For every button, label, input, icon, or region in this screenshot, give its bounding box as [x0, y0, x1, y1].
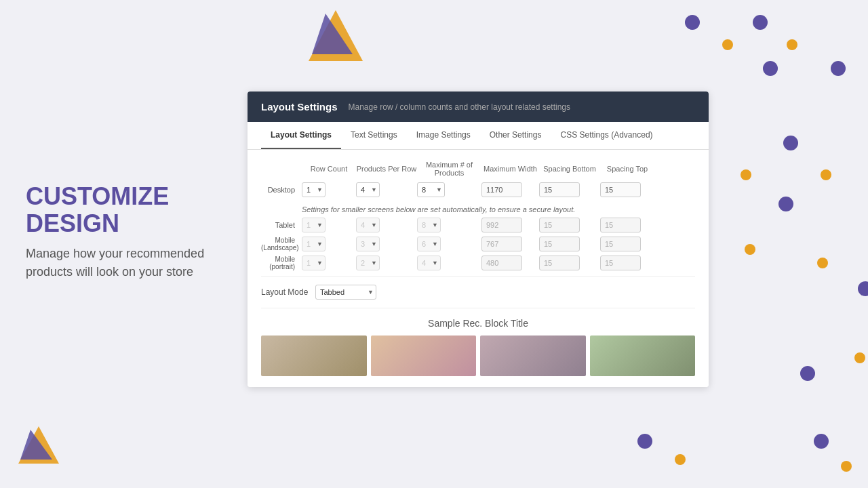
products-per-row-desktop-wrapper: 23456 ▼: [356, 182, 380, 197]
panel-content: Row Count Products Per Row Maximum # of …: [248, 150, 709, 387]
tab-other-settings[interactable]: Other Settings: [480, 122, 551, 149]
max-width-mobile-landscape-cell: [481, 237, 539, 251]
row-count-desktop-select[interactable]: 123: [302, 182, 326, 197]
spacing-top-mobile-portrait-cell: [600, 256, 654, 270]
spacing-top-desktop-cell: [600, 182, 654, 197]
row-count-mobile-portrait-select: 1: [302, 256, 326, 270]
sample-product-image-4: [590, 336, 696, 376]
spacing-bottom-desktop-input[interactable]: [539, 182, 580, 197]
products-per-row-mobile-landscape-cell: 3 ▼: [356, 237, 417, 251]
col-header-row-count: Row Count: [302, 165, 356, 173]
tab-bar: Layout Settings Text Settings Image Sett…: [248, 122, 709, 150]
max-products-mobile-landscape-select: 6: [417, 237, 441, 251]
dot-16: [814, 434, 829, 449]
spacing-top-mobile-portrait-input: [600, 256, 641, 270]
spacing-top-desktop-input[interactable]: [600, 182, 641, 197]
dot-5: [763, 61, 778, 76]
row-count-mobile-portrait-cell: 1 ▼: [302, 256, 356, 270]
max-width-tablet-cell: [481, 218, 539, 232]
products-per-row-desktop-cell: 23456 ▼: [356, 182, 417, 197]
panel-header-title: Layout Settings: [261, 101, 338, 113]
max-products-tablet-select: 8: [417, 218, 441, 232]
products-per-row-mobile-landscape-select: 3: [356, 237, 380, 251]
dot-14: [854, 352, 865, 363]
sample-product-image-2: [371, 336, 477, 376]
row-label-desktop: Desktop: [261, 186, 302, 194]
table-row: Tablet 1 ▼ 4 ▼: [261, 218, 695, 232]
row-label-mobile-landscape: Mobile(Landscape): [261, 237, 302, 251]
hero-section: CUSTOMIZE DESIGN Manage how your recomme…: [26, 183, 216, 281]
panel-header-subtitle: Manage row / column counts and other lay…: [349, 102, 571, 112]
settings-table: Row Count Products Per Row Maximum # of …: [261, 161, 695, 270]
max-products-desktop-wrapper: 46810 ▼: [417, 182, 445, 197]
hero-subtitle: Manage how your recommended products wil…: [26, 245, 216, 281]
sample-product-image-3: [480, 336, 586, 376]
products-per-row-desktop-select[interactable]: 23456: [356, 182, 380, 197]
row-label-tablet: Tablet: [261, 221, 302, 229]
col-header-products-per-row: Products Per Row: [356, 165, 417, 173]
spacing-bottom-mobile-landscape-cell: [539, 237, 600, 251]
hero-title: CUSTOMIZE DESIGN: [26, 183, 216, 237]
layout-mode-select-wrapper: Tabbed Grid List ▼: [315, 285, 376, 300]
tab-text-settings[interactable]: Text Settings: [341, 122, 407, 149]
spacing-top-mobile-landscape-cell: [600, 237, 654, 251]
spacing-bottom-mobile-portrait-input: [539, 256, 580, 270]
layout-mode-label: Layout Mode: [261, 287, 315, 297]
col-header-spacing-top: Spacing Top: [600, 165, 654, 173]
products-per-row-tablet-select: 4: [356, 218, 380, 232]
logo-bottom: [17, 424, 61, 471]
tab-css-settings[interactable]: CSS Settings (Advanced): [551, 122, 662, 149]
products-per-row-tablet-wrapper: 4 ▼: [356, 218, 380, 232]
max-products-desktop-select[interactable]: 46810: [417, 182, 445, 197]
layout-mode-row: Layout Mode Tabbed Grid List ▼: [261, 276, 695, 308]
row-count-tablet-cell: 1 ▼: [302, 218, 356, 232]
col-header-max-products: Maximum # of Products: [417, 161, 481, 177]
spacing-bottom-mobile-landscape-input: [539, 237, 580, 251]
spacing-top-tablet-input: [600, 218, 641, 232]
dot-17: [841, 461, 852, 472]
row-count-mobile-portrait-wrapper: 1 ▼: [302, 256, 326, 270]
layout-mode-select[interactable]: Tabbed Grid List: [315, 285, 376, 300]
products-per-row-mobile-landscape-wrapper: 3 ▼: [356, 237, 380, 251]
row-count-desktop-wrapper: 123 ▼: [302, 182, 326, 197]
max-products-mobile-landscape-cell: 6 ▼: [417, 237, 481, 251]
dot-bl-2: [675, 454, 686, 465]
products-per-row-mobile-portrait-select: 2: [356, 256, 380, 270]
tab-layout-settings[interactable]: Layout Settings: [261, 122, 341, 149]
dot-12: [817, 258, 828, 268]
sample-block-title: Sample Rec. Block Title: [261, 318, 695, 329]
row-count-mobile-landscape-select: 1: [302, 237, 326, 251]
spacing-bottom-tablet-input: [539, 218, 580, 232]
dot-4: [787, 39, 797, 50]
spacing-top-mobile-landscape-input: [600, 237, 641, 251]
dot-2: [753, 15, 768, 30]
dot-13: [858, 281, 868, 296]
max-products-mobile-landscape-wrapper: 6 ▼: [417, 237, 441, 251]
main-panel: Layout Settings Manage row / column coun…: [248, 92, 709, 387]
max-width-desktop-input[interactable]: [481, 182, 522, 197]
row-count-tablet-select: 1: [302, 218, 326, 232]
row-count-mobile-landscape-cell: 1 ▼: [302, 237, 356, 251]
sample-block: Sample Rec. Block Title: [261, 308, 695, 376]
spacing-bottom-tablet-cell: [539, 218, 600, 232]
col-header-spacing-bottom: Spacing Bottom: [539, 165, 600, 173]
dot-bl-1: [637, 434, 652, 449]
max-products-tablet-cell: 8 ▼: [417, 218, 481, 232]
dot-3: [722, 39, 733, 50]
panel-header: Layout Settings Manage row / column coun…: [248, 92, 709, 122]
dot-10: [778, 197, 793, 211]
spacing-top-tablet-cell: [600, 218, 654, 232]
max-products-mobile-portrait-select: 4: [417, 256, 441, 270]
tab-image-settings[interactable]: Image Settings: [407, 122, 480, 149]
max-products-tablet-wrapper: 8 ▼: [417, 218, 441, 232]
spacing-bottom-mobile-portrait-cell: [539, 256, 600, 270]
dot-6: [831, 61, 846, 76]
max-width-desktop-cell: [481, 182, 539, 197]
dot-8: [741, 169, 751, 180]
table-row: Mobile(Landscape) 1 ▼ 3 ▼: [261, 237, 695, 251]
notice-row: Settings for smaller screens below are s…: [261, 201, 695, 218]
row-count-mobile-landscape-wrapper: 1 ▼: [302, 237, 326, 251]
table-row: Mobile(portrait) 1 ▼ 2 ▼: [261, 256, 695, 270]
products-per-row-mobile-portrait-wrapper: 2 ▼: [356, 256, 380, 270]
col-header-max-width: Maximum Width: [481, 165, 539, 173]
